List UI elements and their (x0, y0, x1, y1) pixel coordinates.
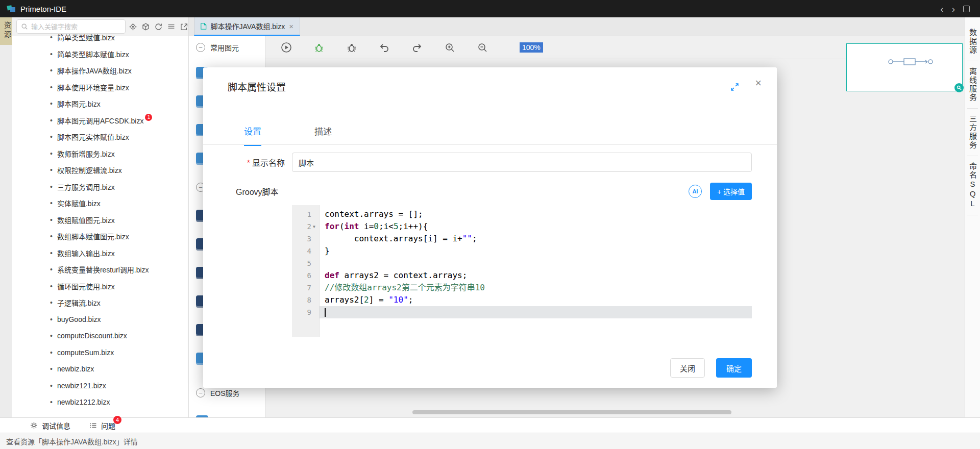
file-item[interactable]: •数组赋值图元.bizx (12, 212, 188, 229)
fold-icon[interactable]: ▼ (311, 224, 317, 229)
bullet-icon: • (50, 50, 53, 58)
minimap[interactable] (846, 43, 963, 91)
file-item[interactable]: •newbiz1212.bizx (12, 394, 188, 411)
minimap-zoom-button[interactable] (954, 83, 964, 92)
bullet-icon: • (50, 249, 53, 257)
code-line[interactable] (320, 306, 752, 318)
file-item[interactable]: •脚本图元.bizx (12, 95, 188, 112)
undo-icon[interactable] (379, 42, 390, 53)
left-rail: 资源 (0, 17, 12, 417)
code-gutter: 12▼3456789 (292, 205, 320, 337)
groovy-code-editor[interactable]: 12▼3456789 context.arrays = [];for(int i… (292, 205, 752, 337)
file-item[interactable]: •三方服务调用.bizx (12, 179, 188, 195)
file-item[interactable]: •computeSum.bizx (12, 344, 188, 361)
tab-close-icon[interactable]: × (289, 22, 293, 31)
bullet-icon: • (50, 282, 53, 290)
debug-info-tab[interactable]: 调试信息 (30, 420, 70, 431)
file-item[interactable]: •权限控制逻辑流.bizx (12, 162, 188, 179)
run-icon[interactable] (281, 42, 292, 53)
zoom-out-icon[interactable] (477, 42, 488, 53)
bullet-icon: • (50, 99, 53, 108)
file-item[interactable]: •循环图元使用.bizx (12, 278, 188, 295)
zoom-in-icon[interactable] (444, 42, 455, 53)
redo-icon[interactable] (411, 42, 423, 53)
collapse-icon[interactable]: − (196, 43, 205, 52)
select-value-button[interactable]: + 选择值 (710, 183, 752, 200)
right-rail-item[interactable]: 三方服务 (967, 109, 978, 156)
code-line[interactable]: } (320, 245, 752, 257)
palette-group-common[interactable]: − 常用图元 (189, 36, 265, 59)
sidebar-tab-resources[interactable]: 资源 (0, 17, 12, 45)
fullscreen-icon[interactable] (730, 83, 739, 91)
display-name-label: *显示名称 (203, 156, 285, 168)
right-rail-item[interactable]: 数据源 (967, 22, 978, 61)
debug-icon[interactable] (313, 42, 325, 53)
file-item[interactable]: •脚本使用环境变量.bizx (12, 79, 188, 96)
file-item[interactable]: •数组输入输出.bizx (12, 245, 188, 262)
debug-gear-icon (30, 421, 38, 430)
editor-tab-active[interactable]: 脚本操作JAVA数组.bizx × (194, 17, 300, 36)
dialog-tabs: 设置 描述 (244, 124, 332, 146)
nav-back-button[interactable]: ‹ (940, 4, 943, 14)
bullet-icon: • (50, 116, 53, 124)
ai-assistant-icon[interactable]: AI (689, 185, 702, 198)
required-mark: * (247, 159, 250, 167)
palette-item[interactable] (189, 407, 265, 417)
gutter-line: 8 (292, 294, 319, 306)
line-number: 7 (307, 284, 311, 292)
close-icon[interactable]: × (755, 78, 762, 89)
groovy-script-label: Groovy脚本 (236, 185, 279, 197)
line-number: 6 (307, 271, 311, 280)
collapse-icon[interactable]: − (196, 388, 205, 397)
code-lines: context.arrays = [];for(int i=0;i<5;i++)… (320, 205, 752, 337)
file-name: newbiz1212.bizx (57, 398, 110, 406)
bullet-icon: • (50, 166, 53, 174)
file-item[interactable]: •脚本图元调用AFCSDK.bizx1 (12, 112, 188, 129)
tabs-divider (203, 144, 777, 145)
file-name: 脚本图元实体赋值.bizx (57, 132, 129, 142)
display-name-input[interactable] (292, 153, 752, 172)
file-item[interactable]: •数组脚本赋值图元.bizx (12, 228, 188, 245)
code-line[interactable]: for(int i=0;i<5;i++){ (320, 220, 752, 233)
groovy-row: Groovy脚本 AI + 选择值 (236, 183, 752, 200)
code-line[interactable]: context.arrays[i] = i+""; (320, 233, 752, 245)
right-rail-item[interactable]: 离线服务 (967, 61, 978, 109)
horizontal-scrollbar[interactable] (412, 410, 731, 414)
file-item[interactable]: •简单类型脚本赋值.bizx (12, 46, 188, 63)
code-line[interactable]: def arrays2 = context.arrays; (320, 269, 752, 282)
code-line[interactable]: context.arrays = []; (320, 208, 752, 220)
code-line[interactable] (320, 257, 752, 269)
script-properties-dialog: 脚本属性设置 × 设置 描述 *显示名称 Groovy脚本 AI + 选择值 1… (203, 67, 777, 388)
file-item[interactable]: •简单类型赋值.bizx (12, 29, 188, 46)
bug-icon[interactable] (346, 42, 357, 53)
app-logo-icon (6, 4, 16, 14)
file-item[interactable]: •脚本图元实体赋值.bizx (12, 129, 188, 145)
file-item[interactable]: •newbiz.bizx (12, 361, 188, 378)
status-bar: 查看资源「脚本操作JAVA数组.bizx」详情 (0, 433, 980, 449)
file-item[interactable]: •buyGood.bizx (12, 311, 188, 328)
dialog-footer: 关闭 确定 (670, 358, 752, 378)
right-rail-item[interactable]: 命名SQL (967, 156, 978, 215)
file-item[interactable]: •系统变量替换resturl调用.bizx (12, 261, 188, 278)
file-item[interactable]: •教师新增服务.bizx (12, 145, 188, 162)
close-button[interactable]: 关闭 (670, 358, 705, 378)
ok-button[interactable]: 确定 (716, 358, 752, 378)
file-item[interactable]: •实体赋值.bizx (12, 195, 188, 212)
file-item[interactable]: •computeDiscount.bizx (12, 328, 188, 344)
zoom-level[interactable]: 100% (520, 42, 543, 53)
file-name: newbiz121.bizx (57, 382, 106, 390)
problems-tab[interactable]: 问题 4 (89, 420, 115, 431)
file-item[interactable]: •子逻辑流.bizx (12, 294, 188, 311)
window-restore-icon[interactable] (963, 6, 970, 12)
tab-description[interactable]: 描述 (314, 124, 332, 146)
problems-list-icon (89, 421, 97, 430)
tab-settings[interactable]: 设置 (244, 124, 261, 146)
nav-forward-button[interactable]: › (952, 4, 955, 14)
file-item[interactable]: •脚本操作JAVA数组.bizx (12, 62, 188, 79)
file-name: 数组赋值图元.bizx (57, 215, 115, 225)
bullet-icon: • (50, 265, 53, 273)
code-line[interactable]: //修改数组arrays2第二个元素为字符串10 (320, 282, 752, 294)
file-item[interactable]: •newbiz121.bizx (12, 378, 188, 394)
code-line[interactable]: arrays2[2] = "10"; (320, 294, 752, 306)
gutter-line: 7 (292, 282, 319, 294)
